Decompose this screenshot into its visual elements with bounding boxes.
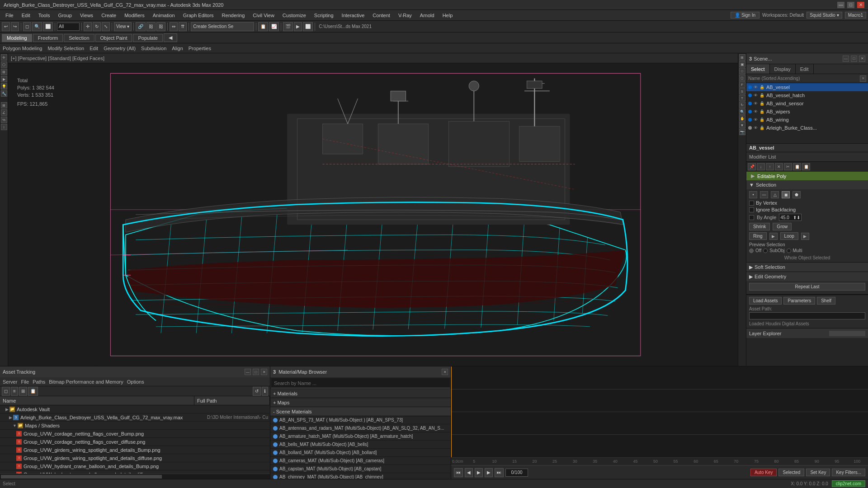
arrow-down-icon[interactable]: ↓ (757, 163, 765, 170)
ignore-backfacing-checkbox[interactable] (749, 207, 754, 212)
mat-row-2[interactable]: AB_armature_hatch_MAT (Multi/Sub-Object)… (270, 432, 451, 441)
asset-maximize[interactable]: □ (253, 369, 259, 375)
lock-icon-3[interactable]: 🔒 (760, 101, 764, 106)
scene-close[interactable]: ✕ (859, 56, 865, 62)
macro1-button[interactable]: Macro1 (845, 12, 866, 19)
mat-row-3[interactable]: AB_bells_MAT (Multi/Sub-Object) [AB_bell… (270, 441, 451, 449)
cut-mod-icon[interactable]: ✂ (784, 163, 792, 170)
scene-maximize[interactable]: □ (851, 56, 857, 62)
move-button[interactable]: ✛ (84, 22, 92, 31)
selection-header[interactable]: ▼ Selection (746, 180, 868, 189)
asset-minimize[interactable]: — (245, 369, 251, 375)
scene-object-arleigh-burke[interactable]: 👁 🔒 Arleigh_Burke_Class... (746, 124, 868, 132)
asset-tb-1[interactable]: ◻ (2, 387, 10, 396)
vp-zoom[interactable]: 🔍 (739, 108, 745, 115)
menu-customize[interactable]: Customize (279, 12, 310, 19)
asset-tb-2[interactable]: ≡ (11, 387, 18, 396)
play-button[interactable]: ▶ (475, 468, 483, 477)
key-filters-button[interactable]: Key Filters... (832, 469, 865, 476)
lock-icon[interactable]: 🔒 (760, 85, 764, 89)
vp-filter[interactable]: ▼ (739, 122, 745, 128)
asset-menu-file[interactable]: File (21, 379, 29, 385)
ring-button[interactable]: Ring (749, 232, 767, 240)
parameters-button[interactable]: Parameters (783, 297, 815, 305)
polygon-level-btn[interactable]: ◼ (782, 191, 790, 198)
modify-panel[interactable]: ⬡ (1, 61, 7, 68)
mat-row-5[interactable]: AB_cameras_MAT (Multi/Sub-Object) [AB_ca… (270, 457, 451, 465)
filter-input[interactable] (57, 23, 80, 31)
minimize-button[interactable]: — (837, 2, 844, 8)
visibility-icon-5[interactable]: 👁 (754, 117, 758, 122)
vp-side[interactable]: S (739, 88, 745, 94)
menu-rendering[interactable]: Rendering (218, 12, 249, 19)
bind-button[interactable]: ⛓ (156, 22, 165, 31)
maximize-button[interactable]: □ (847, 2, 854, 8)
asset-tb-4[interactable]: 📋 (28, 387, 38, 396)
view-dropdown[interactable]: View ▾ (114, 22, 132, 31)
sign-in-button[interactable]: 👤 Sign In (731, 12, 760, 19)
select-object-button[interactable]: ◻ (23, 22, 31, 31)
auto-key-button[interactable]: Auto Key (750, 469, 777, 476)
scene-object-ab-wiring[interactable]: 👁 🔒 AB_wiring (746, 116, 868, 124)
menu-arnold[interactable]: Arnold (416, 12, 438, 19)
grow-button[interactable]: Grow (773, 223, 792, 230)
file-row-maps[interactable]: ▼ 📁 Maps / Shaders (0, 422, 270, 430)
mat-close[interactable]: ✕ (442, 369, 448, 375)
selected-button[interactable]: Selected (778, 469, 804, 476)
soft-selection-header[interactable]: ▶ Soft Selection (746, 263, 868, 272)
submenu-modify-selection[interactable]: Modify Selection (47, 46, 84, 51)
menu-civil-view[interactable]: Civil View (249, 12, 278, 19)
select-by-name-button[interactable]: 🔍 (32, 22, 42, 31)
align-button[interactable]: ⇈ (179, 22, 187, 31)
mat-row-7[interactable]: AB_chimney_MAT (Multi/Sub-Object) [AB_ch… (270, 473, 451, 479)
curve-editor[interactable]: 📈 (269, 22, 279, 31)
tab-populate[interactable]: Populate (133, 34, 162, 42)
scale-button[interactable]: ⤡ (102, 22, 110, 31)
scene-minimize[interactable]: — (843, 56, 849, 62)
asset-menu-server[interactable]: Server (3, 379, 17, 385)
mat-row-6[interactable]: AB_capstan_MAT (Multi/Sub-Object) [AB_ca… (270, 465, 451, 473)
menu-graph-editors[interactable]: Graph Editors (179, 12, 217, 19)
lock-icon-6[interactable]: 🔒 (760, 126, 764, 130)
menu-edit[interactable]: Edit (18, 12, 34, 19)
submenu-geometry-all[interactable]: Geometry (All) (104, 46, 136, 51)
shrink-button[interactable]: Shrink (749, 223, 770, 230)
lock-icon-5[interactable]: 🔒 (760, 117, 764, 122)
link-button[interactable]: 🔗 (136, 22, 146, 31)
menu-group[interactable]: Group (54, 12, 75, 19)
visibility-icon-4[interactable]: 👁 (754, 109, 758, 114)
window-controls[interactable]: — □ ✕ (837, 2, 864, 8)
visibility-icon[interactable]: 👁 (754, 85, 758, 89)
scene-object-ab-vessel-hatch[interactable]: 👁 🔒 AB_vessel_hatch (746, 91, 868, 99)
asset-info[interactable]: ℹ (262, 387, 268, 396)
lock-icon-2[interactable]: 🔒 (760, 93, 764, 98)
submenu-align[interactable]: Align (172, 46, 183, 51)
vp-view2[interactable]: □ (739, 68, 745, 74)
scene-object-ab-wind-sensor[interactable]: 👁 🔒 AB_wind_sensor (746, 99, 868, 108)
asset-path-input[interactable] (749, 312, 865, 319)
asset-tb-3[interactable]: ⊞ (19, 387, 27, 396)
render-active[interactable]: ⬜ (303, 22, 313, 31)
menu-views[interactable]: Views (76, 12, 97, 19)
tab-freeform[interactable]: Freeform (33, 34, 63, 42)
asset-menu-paths[interactable]: Paths (33, 379, 45, 385)
file-row-max[interactable]: ▶ 3 Arleigh_Burke_Class_Destroyer_USS_Ve… (0, 413, 270, 422)
scene-tab-select[interactable]: Select (746, 64, 770, 74)
menu-file[interactable]: File (2, 12, 17, 19)
utility-panel[interactable]: 🔧 (1, 90, 7, 97)
edge-level-btn[interactable]: — (760, 191, 768, 198)
scene-tab-display[interactable]: Display (770, 64, 796, 74)
repeat-last-button[interactable]: Repeat Last (749, 283, 865, 291)
shelf-button[interactable]: Shelf (817, 297, 835, 305)
submenu-subdivision[interactable]: Subdivision (141, 46, 166, 51)
file-row-vault[interactable]: ▶ 📁 Autodesk Vault (0, 405, 270, 413)
close-button[interactable]: ✕ (857, 2, 864, 8)
menu-modifiers[interactable]: Modifiers (121, 12, 148, 19)
visibility-icon-2[interactable]: 👁 (754, 93, 758, 98)
mat-row-1[interactable]: AB_antennas_and_radars_MAT (Multi/Sub-Ob… (270, 424, 451, 432)
squid-studio-dropdown[interactable]: Squid Studio ▾ (807, 12, 842, 19)
vp-camera[interactable]: 📷 (739, 129, 745, 135)
delete-mod-icon[interactable]: ✕ (775, 163, 783, 170)
prev-frame-button[interactable]: ◀ (465, 468, 473, 477)
undo-button[interactable]: ↩ (2, 22, 10, 31)
